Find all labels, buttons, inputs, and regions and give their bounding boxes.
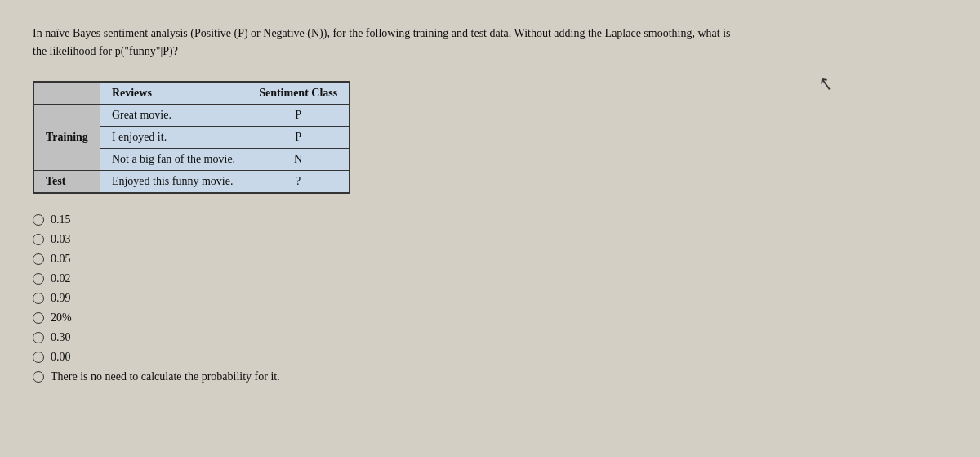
sentiment-cell-2: P [247, 126, 350, 148]
page-wrapper: In naïve Bayes sentiment analysis (Posit… [33, 25, 947, 383]
radio-icon-1[interactable] [33, 214, 44, 226]
option-label-7: 0.30 [51, 331, 71, 344]
option-label-6: 20% [51, 311, 72, 325]
table-row: Test Enjoyed this funny movie. ? [33, 170, 350, 193]
sentiment-cell-4: ? [247, 170, 350, 193]
table-row: Training Great movie. P [33, 104, 350, 126]
option-label-2: 0.03 [51, 233, 71, 246]
reviews-header: Reviews [100, 82, 247, 105]
radio-icon-6[interactable] [33, 312, 44, 324]
radio-icon-3[interactable] [33, 253, 44, 265]
sentiment-cell-3: N [247, 148, 350, 170]
radio-icon-7[interactable] [33, 332, 44, 343]
data-table: Reviews Sentiment Class Training Great m… [33, 81, 350, 194]
question-text: In naïve Bayes sentiment analysis (Posit… [33, 25, 768, 61]
option-label-8: 0.00 [51, 351, 71, 364]
list-item[interactable]: 0.15 [33, 213, 947, 226]
list-item[interactable]: There is no need to calculate the probab… [33, 370, 947, 383]
list-item[interactable]: 0.00 [33, 351, 947, 364]
sentiment-header: Sentiment Class [247, 82, 350, 105]
radio-icon-8[interactable] [33, 352, 44, 363]
option-label-1: 0.15 [51, 213, 71, 226]
option-label-9: There is no need to calculate the probab… [51, 370, 280, 383]
list-item[interactable]: 0.99 [33, 292, 947, 305]
table-container: Reviews Sentiment Class Training Great m… [33, 81, 947, 194]
question-line2: the likelihood for p("funny"|P)? [33, 45, 178, 57]
list-item[interactable]: 0.30 [33, 331, 947, 344]
sentiment-cell-1: P [247, 104, 350, 126]
review-cell-2: I enjoyed it. [100, 126, 247, 148]
review-cell-3: Not a big fan of the movie. [100, 148, 247, 170]
list-item[interactable]: 0.05 [33, 253, 947, 266]
group-label-test: Test [33, 170, 100, 193]
radio-icon-2[interactable] [33, 234, 44, 245]
list-item[interactable]: 20% [33, 311, 947, 325]
option-label-3: 0.05 [51, 253, 71, 266]
list-item[interactable]: 0.03 [33, 233, 947, 246]
review-cell-4: Enjoyed this funny movie. [100, 170, 247, 193]
option-label-5: 0.99 [51, 292, 71, 305]
option-label-4: 0.02 [51, 272, 71, 285]
review-cell-1: Great movie. [100, 104, 247, 126]
radio-icon-5[interactable] [33, 293, 44, 304]
question-line1: In naïve Bayes sentiment analysis (Posit… [33, 27, 731, 39]
empty-header [33, 82, 100, 105]
radio-icon-4[interactable] [33, 273, 44, 285]
list-item[interactable]: 0.02 [33, 272, 947, 285]
group-label-training: Training [33, 104, 100, 170]
radio-icon-9[interactable] [33, 371, 44, 383]
options-list: 0.15 0.03 0.05 0.02 0.99 20% 0.30 0.00 [33, 213, 947, 383]
